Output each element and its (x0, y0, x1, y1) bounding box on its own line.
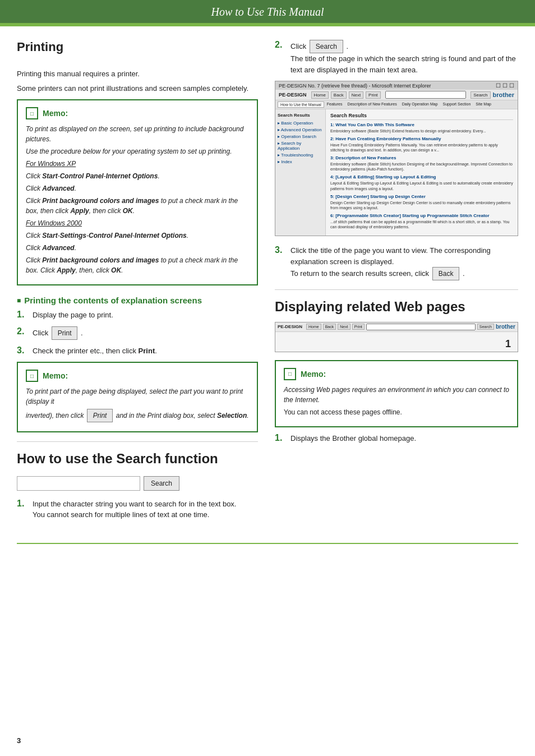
memo-win2000-1: Click Start-Settings-Control Panel-Inter… (26, 231, 249, 241)
memo-web-line2: You can not access these pages offline. (284, 407, 509, 417)
result-1-desc: Embroidery software (Baste Stitch) Exten… (330, 128, 513, 133)
result-5-desc: Design Center Starting up Design Center … (330, 200, 513, 210)
search-button[interactable]: Search (144, 476, 179, 491)
step-3-right: 3. Click the title of the page you want … (275, 245, 518, 280)
browser-sm-home[interactable]: Home (306, 324, 321, 330)
browser-sm-search[interactable]: Search (477, 324, 494, 330)
memo-icon-web: □ (284, 368, 296, 380)
browser-sm-print[interactable]: Print (352, 324, 365, 330)
browser-toolbar-sm: PE-DESIGN Home Back Next Print Search br… (275, 322, 518, 332)
memo2-line2: inverted), then click Print and in the P… (26, 409, 249, 422)
right-column: 2. Click Search . The title of the page … (275, 40, 518, 526)
step-content-1: Display the page to print. (33, 310, 258, 321)
print-button-memo[interactable]: Print (87, 409, 113, 422)
memo-icon-2: □ (26, 370, 38, 382)
sidebar-search-by-app[interactable]: ▸ Search by Application (278, 141, 323, 151)
browser-nav-next[interactable]: Next (349, 91, 363, 99)
sidebar-advanced-op[interactable]: ▸ Advanced Operation (278, 127, 323, 132)
sidebar-troubleshoot[interactable]: ▸ Troubleshooting (278, 153, 323, 158)
memo-icon-1: □ (26, 107, 38, 119)
sidebar-search-results: Search Results (278, 113, 323, 118)
page-header: How to Use This Manual (0, 0, 535, 23)
browser-tab-support[interactable]: Support Section (441, 102, 473, 108)
step-2-print: 2. Click Print . (17, 326, 258, 340)
browser-mock-sm: PE-DESIGN Home Back Next Print Search br… (275, 322, 518, 352)
browser-tab-features[interactable]: Features (325, 102, 345, 108)
browser-sm-back[interactable]: Back (323, 324, 336, 330)
step-2-right: 2. Click Search . The title of the page … (275, 40, 518, 75)
browser-nav-print[interactable]: Print (366, 91, 380, 99)
browser-sm-address[interactable] (366, 324, 476, 330)
memo-box-2: □ Memo: To print part of the page being … (17, 362, 258, 432)
sidebar-index[interactable]: ▸ Index (278, 159, 323, 164)
step-content-2: Click Print . (33, 326, 258, 340)
browser-toolbar: PE-DESIGN Home Back Next Print Search br… (275, 90, 518, 100)
memo2-line1: To print part of the page being displaye… (26, 386, 249, 407)
result-5-title[interactable]: 5: [Design Center] Starting up Design Ce… (330, 194, 513, 199)
browser-logo-sm: brother (496, 324, 515, 330)
browser-tab-new-features[interactable]: Description of New Features (345, 102, 399, 108)
browser-search-btn[interactable]: Search (471, 91, 490, 99)
step-num-d1: 1. (275, 433, 287, 443)
result-4-title[interactable]: 4: [Layout & Editing] Starting up Layout… (330, 174, 513, 179)
step-num-r3: 3. (275, 245, 287, 255)
search-input[interactable] (17, 476, 140, 491)
browser-title-bar: PE-DESIGN No. 7 (retrieve free thread) -… (275, 81, 518, 90)
browser-tab-daily[interactable]: Daily Operation Map (400, 102, 440, 108)
result-2-title[interactable]: 2: Have Fun Creating Embroidery Patterns… (330, 136, 513, 141)
browser-sidebar: Search Results ▸ Basic Operation ▸ Advan… (275, 109, 326, 236)
browser-brand-sm: PE-DESIGN (278, 324, 302, 329)
step-num-2: 2. (17, 326, 29, 336)
result-6-desc: ...of stitch patterns that can be applie… (330, 219, 513, 229)
memo-winxp-2: Click Advanced. (26, 183, 249, 193)
step-num-3: 3. (17, 345, 29, 356)
step-arrow-1: 1 (505, 338, 511, 350)
memo-win2000-2: Click Advanced. (26, 243, 249, 253)
result-4-desc: Layout & Editing Starting up Layout & Ed… (330, 181, 513, 191)
search-button-inline[interactable]: Search (310, 40, 343, 53)
search-section-title: How to use the Search function (17, 451, 258, 467)
print-button-inline[interactable]: Print (52, 326, 78, 340)
memo-line-1: To print as displayed on the screen, set… (26, 124, 249, 144)
browser-address-bar[interactable] (385, 91, 467, 99)
step-1-search: 1. Input the character string you want t… (17, 499, 258, 520)
result-2-desc: Have Fun Creating Embroidery Patterns Ma… (330, 142, 513, 153)
step-3-print: 3. Check the printer etc., then click Pr… (17, 345, 258, 357)
sidebar-basic-op[interactable]: ▸ Basic Operation (278, 121, 323, 126)
sidebar-op-search[interactable]: ▸ Operation Search (278, 134, 323, 139)
results-heading: Search Results (330, 113, 513, 120)
step-1-print: 1. Display the page to print. (17, 310, 258, 321)
browser-nav-back[interactable]: Back (331, 91, 347, 99)
printing-intro-1: Printing this manual requires a printer. (17, 68, 258, 80)
browser-tab-sitemap[interactable]: Site Map (473, 102, 494, 108)
left-column: Printing Printing this manual requires a… (17, 40, 258, 526)
browser-mock: PE-DESIGN No. 7 (retrieve free thread) -… (275, 81, 518, 236)
memo-web-line1: Accessing Web pages requires an environm… (284, 385, 509, 405)
browser-sm-next[interactable]: Next (338, 324, 350, 330)
search-section: How to use the Search function Search 1.… (17, 451, 258, 520)
step-content-r2: Click Search . The title of the page in … (290, 40, 518, 75)
browser-nav-home[interactable]: Home (311, 91, 329, 99)
printing-section: Printing Printing this manual requires a… (17, 40, 258, 432)
result-6-title[interactable]: 6: [Programmable Stitch Creator] Startin… (330, 213, 513, 218)
browser-brand: PE-DESIGN (279, 92, 307, 98)
step-num-1: 1. (17, 310, 29, 320)
browser-main: Search Results 1: What You Can Do With T… (326, 109, 518, 236)
memo-box-web: □ Memo: Accessing Web pages requires an … (275, 360, 518, 427)
browser-tabs: How to Use the Manual Features Descripti… (275, 100, 518, 109)
printing-intro-2: Some printers can not print illustration… (17, 83, 258, 94)
main-content: Printing Printing this manual requires a… (0, 26, 535, 543)
memo-title-web: □ Memo: (284, 368, 509, 380)
web-pages-section: Displaying related Web pages PE-DESIGN H… (275, 299, 518, 444)
browser-tab-howto[interactable]: How to Use the Manual (278, 102, 324, 108)
result-1-title[interactable]: 1: What You Can Do With This Software (330, 122, 513, 127)
memo-winxp-3: Click Print background colors and images… (26, 196, 249, 216)
memo-winxp-heading: For Windows XP (26, 159, 249, 169)
memo-win2000-heading: For Windows 2000 (26, 218, 249, 228)
result-3-title[interactable]: 3: Description of New Features (330, 155, 513, 160)
bottom-rule (17, 543, 518, 544)
memo-win2000-3: Click Print background colors and images… (26, 255, 249, 275)
section-divider-1 (17, 441, 258, 442)
step-content-d1: Displays the Brother global homepage. (290, 433, 518, 444)
back-button[interactable]: Back (432, 267, 460, 280)
